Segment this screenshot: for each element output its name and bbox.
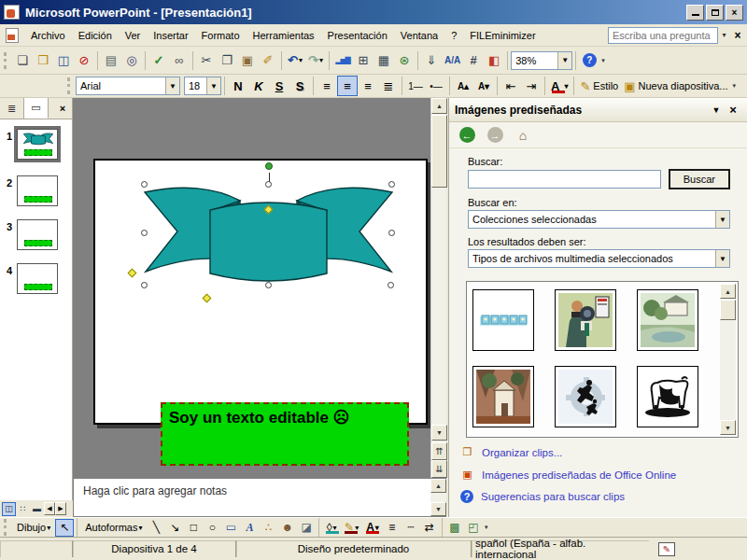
banner-autoshape[interactable]: [143, 183, 394, 287]
close-button[interactable]: ×: [726, 5, 743, 21]
arrow-style-button[interactable]: ⇄: [420, 519, 439, 537]
bullet-list-button[interactable]: •—: [426, 76, 446, 96]
notes-scroll-up[interactable]: ▲: [430, 479, 446, 493]
print-preview-button[interactable]: ◎: [121, 50, 142, 71]
format-painter-button[interactable]: ✐: [258, 50, 278, 71]
print-button[interactable]: ▤: [101, 50, 121, 71]
oval-button[interactable]: ○: [203, 519, 221, 537]
restore-button[interactable]: [706, 5, 724, 21]
menu-presentacion[interactable]: Presentación: [321, 27, 394, 44]
align-right-button[interactable]: ≡: [358, 76, 378, 96]
normal-view-button[interactable]: ◫: [2, 502, 16, 516]
scroll-down-button[interactable]: ▼: [431, 425, 447, 441]
results-type-combo[interactable]: Tipos de archivos multimedia seleccionad…: [468, 249, 730, 268]
toolbar-grip[interactable]: [67, 77, 72, 94]
menu-insertar[interactable]: Insertar: [147, 27, 194, 44]
scroll-left-button[interactable]: ◀: [44, 502, 55, 515]
resize-handle-se[interactable]: [388, 282, 394, 288]
clipart-thumbnail-figures-on-gears[interactable]: [555, 366, 616, 427]
clipart-thumbnail-filmstrip[interactable]: [472, 289, 534, 351]
slide-2-thumbnail[interactable]: [17, 175, 58, 206]
insert-chart-button[interactable]: ▂▅▇: [332, 50, 353, 71]
clipart-thumbnail-house-landscape[interactable]: [637, 289, 698, 351]
spelling-status-icon[interactable]: ✎: [658, 542, 675, 556]
status-design[interactable]: Diseño predeterminado: [236, 540, 472, 557]
office-online-link[interactable]: ▣ Imágenes prediseñadas de Office Online: [460, 468, 740, 482]
align-justify-button[interactable]: ≣: [378, 76, 399, 96]
redo-caret-icon[interactable]: ▾: [319, 56, 323, 64]
notes-pane[interactable]: Haga clic para agregar notas ▲ ▼: [73, 478, 446, 517]
underline-button[interactable]: S: [269, 76, 289, 96]
menu-edicion[interactable]: Edición: [72, 27, 119, 44]
help-button[interactable]: ?: [579, 50, 599, 71]
menu-ver[interactable]: Ver: [119, 27, 148, 44]
search-in-combo[interactable]: Colecciones seleccionadas ▼: [468, 210, 730, 229]
question-caret-icon[interactable]: ▾: [718, 27, 730, 44]
arrow-button[interactable]: ↘: [165, 519, 184, 537]
dibujo-menu[interactable]: Dibujo▾: [12, 520, 55, 535]
dash-style-button[interactable]: ┄: [402, 519, 420, 537]
menubar-close-icon[interactable]: ×: [730, 27, 745, 44]
search-in-caret-icon[interactable]: ▼: [715, 211, 729, 228]
status-language[interactable]: spañol (España - alfab. internacional: [472, 540, 649, 557]
slide-4-thumbnail[interactable]: [17, 263, 58, 294]
slide-1-thumbnail[interactable]: [17, 129, 58, 160]
editor-vertical-scrollbar[interactable]: ▲ ▼ ⇈ ⇊: [430, 98, 446, 478]
tab-slides[interactable]: ▭: [24, 98, 49, 119]
menu-ayuda[interactable]: ?: [444, 27, 463, 44]
resize-handle-e[interactable]: [388, 230, 395, 236]
resize-handle-sw[interactable]: [141, 282, 148, 288]
toolbar-options-chevron[interactable]: ▾: [601, 58, 605, 63]
undo-button[interactable]: ↶▾: [285, 50, 305, 71]
minimize-button[interactable]: [686, 5, 704, 21]
task-pane-close-icon[interactable]: ×: [725, 103, 741, 118]
new-button[interactable]: ❏: [12, 50, 33, 71]
menu-formato[interactable]: Formato: [195, 27, 247, 44]
bold-button[interactable]: N: [228, 76, 248, 96]
tab-outline[interactable]: ≣: [0, 98, 24, 119]
insert-picture-button[interactable]: ◪: [297, 519, 316, 537]
scroll-right-button[interactable]: ▶: [55, 502, 66, 515]
clipart-thumbnail-cow[interactable]: [637, 366, 698, 427]
toolbar-grip[interactable]: [4, 52, 8, 69]
document-icon[interactable]: [6, 28, 19, 43]
show-formatting-button[interactable]: A/A: [442, 50, 463, 71]
style-button[interactable]: ✎Estilo: [577, 76, 621, 96]
3d-style-button[interactable]: ◰: [464, 519, 483, 537]
home-button[interactable]: ⌂: [511, 125, 535, 146]
font-size-caret-icon[interactable]: ▼: [206, 77, 220, 94]
rectangle-button[interactable]: □: [184, 519, 203, 537]
zoom-combo[interactable]: 38% ▼: [511, 51, 572, 70]
resize-handle-nw[interactable]: [141, 181, 148, 188]
color-grayscale-button[interactable]: ◧: [484, 50, 504, 71]
editable-textbox[interactable]: Soy un texto editable ☹: [161, 402, 409, 466]
results-scroll-down[interactable]: ▼: [720, 420, 736, 435]
toolbar-options-chevron[interactable]: ▾: [485, 525, 488, 530]
font-color-caret-icon[interactable]: ▾: [564, 82, 568, 91]
search-tips-link[interactable]: ? Sugerencias para buscar clips: [460, 490, 740, 503]
shadow-style-button[interactable]: ▩: [445, 519, 464, 537]
slide-3-thumbnail[interactable]: [17, 219, 58, 250]
line-color-button[interactable]: ✎▾: [341, 519, 362, 537]
resize-handle-n[interactable]: [265, 181, 272, 188]
next-slide-button[interactable]: ⇊: [431, 460, 447, 478]
expand-all-button[interactable]: ⇓: [421, 50, 442, 71]
slide-sorter-view-button[interactable]: ∷: [16, 502, 30, 516]
grid-button[interactable]: #: [463, 50, 484, 71]
diagram-button[interactable]: ∴: [259, 519, 277, 537]
text-shadow-button[interactable]: S: [289, 76, 310, 96]
toolbar-options-chevron[interactable]: ▾: [733, 83, 737, 89]
results-scroll-thumb[interactable]: [720, 300, 736, 320]
save-button[interactable]: ◫: [53, 50, 74, 71]
resize-handle-s[interactable]: [265, 282, 272, 288]
menu-fileminimizer[interactable]: FILEminimizer: [463, 27, 542, 44]
wordart-button[interactable]: A: [240, 519, 259, 537]
font-combo[interactable]: Arial ▼: [76, 77, 180, 95]
line-button[interactable]: ╲: [147, 519, 165, 537]
slideshow-view-button[interactable]: ▬: [30, 502, 44, 516]
numbered-list-button[interactable]: 1—: [405, 76, 426, 96]
panel-close-icon[interactable]: ×: [53, 98, 72, 119]
hyperlink-button[interactable]: ⊛: [394, 50, 415, 71]
increase-font-button[interactable]: A▴: [453, 76, 473, 96]
permission-button[interactable]: ⊘: [74, 50, 94, 71]
